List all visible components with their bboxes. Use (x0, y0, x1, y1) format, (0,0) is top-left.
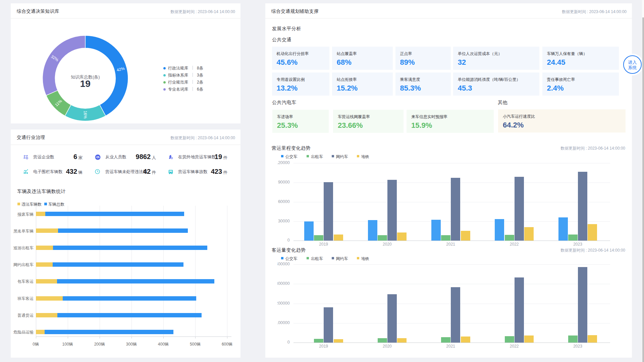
svg-text:16%: 16% (83, 111, 88, 119)
